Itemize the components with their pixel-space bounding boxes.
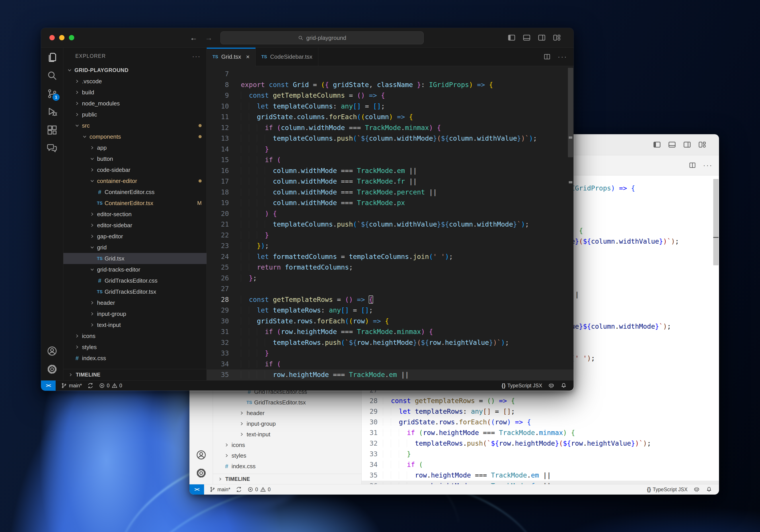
toggle-sidebar-icon[interactable] (652, 140, 661, 149)
css-file-icon: # (223, 463, 231, 470)
back-button[interactable]: ← (190, 33, 197, 42)
tree-item-header[interactable]: header (63, 297, 207, 308)
code-line-26: 26 }; (207, 273, 574, 284)
editor-more-icon[interactable]: ··· (558, 53, 567, 61)
tree-item-code-sidebar[interactable]: code-sidebar (63, 164, 207, 175)
toggle-panel-icon[interactable] (522, 33, 531, 42)
tree-item-index-css[interactable]: #index.css (213, 461, 361, 471)
toggle-secondary-sidebar-icon[interactable] (683, 140, 691, 149)
code-line-11: 11 gridState.columns.forEach((column) =>… (207, 111, 574, 122)
tree-item-input-group[interactable]: input-group (63, 308, 207, 319)
timeline-section[interactable]: TIMELINE (63, 369, 207, 380)
chevron-right-icon (223, 442, 231, 448)
split-editor-icon[interactable] (543, 53, 551, 61)
tree-item-icons[interactable]: icons (213, 440, 361, 450)
forward-button[interactable]: → (205, 33, 213, 42)
tree-item-gap-editor[interactable]: gap-editor (63, 231, 207, 242)
command-center-search[interactable]: grid-playground (220, 31, 424, 44)
tree-item-input-group[interactable]: input-group (213, 419, 361, 429)
remote-explorer-icon[interactable] (46, 142, 58, 154)
copilot-icon[interactable] (693, 486, 700, 493)
search-view-icon[interactable] (46, 70, 58, 81)
toggle-sidebar-icon[interactable] (507, 33, 516, 42)
tree-item-index-css[interactable]: #index.css (63, 353, 207, 364)
tree-item-containereditor-css[interactable]: #ContainerEditor.css (63, 187, 207, 198)
code-line-28: 28 const getTemplateRows = () => { (207, 294, 574, 305)
minimize-window-button[interactable] (59, 35, 65, 40)
timeline-section[interactable]: TIMELINE (213, 474, 361, 484)
tree-item-components[interactable]: components (63, 131, 207, 142)
remote-indicator[interactable]: >< (189, 484, 204, 495)
tab-grid-tsx[interactable]: TS Grid.tsx × (207, 48, 256, 66)
tree-item-containereditor-tsx[interactable]: TSContainerEditor.tsxM (63, 198, 207, 209)
sync-status[interactable] (236, 486, 242, 493)
tree-item-src[interactable]: src (63, 120, 207, 131)
customize-layout-icon[interactable] (552, 33, 561, 42)
code-line-13: 13 templateColumns.push(`${column.widthM… (207, 133, 574, 144)
tree-item-gridtrackseditor-tsx[interactable]: TSGridTracksEditor.tsx (63, 286, 207, 297)
ts-file-icon: TS (96, 201, 104, 206)
settings-gear-icon[interactable] (195, 467, 207, 479)
notifications-bell-icon[interactable] (706, 486, 712, 493)
notifications-bell-icon[interactable] (560, 382, 567, 389)
tree-item-text-input[interactable]: text-input (213, 429, 361, 440)
tree-item-gridtrackseditor-tsx[interactable]: TSGridTracksEditor.tsx (213, 397, 361, 408)
split-editor-icon[interactable] (689, 161, 696, 169)
extensions-icon[interactable] (46, 124, 58, 136)
explorer-more-icon[interactable]: ··· (192, 53, 201, 60)
file-tree: GRID-PLAYGROUND.vscodebuildnode_modulesp… (63, 65, 207, 369)
tree-item-styles[interactable]: styles (63, 341, 207, 353)
chevron-right-icon (238, 421, 246, 426)
editor[interactable]: 78export const Grid = ({ gridState, clas… (207, 66, 574, 380)
chevron-right-icon (88, 167, 96, 173)
tree-item-gridtrackseditor-css[interactable]: #GridTracksEditor.css (63, 275, 207, 286)
branch-status[interactable]: main* (61, 382, 82, 389)
tree-item-button[interactable]: button (63, 153, 207, 164)
tree-item-icons[interactable]: icons (63, 331, 207, 341)
source-control-icon[interactable]: 1 (46, 88, 58, 100)
run-debug-icon[interactable] (46, 106, 58, 117)
tree-item--vscode[interactable]: .vscode (63, 76, 207, 87)
tree-item-node-modules[interactable]: node_modules (63, 98, 207, 109)
problems-status[interactable]: 0 0 (99, 382, 122, 389)
tree-item-grid[interactable]: grid (63, 242, 207, 253)
sync-status[interactable] (87, 382, 93, 389)
git-modified-dot (199, 179, 202, 183)
branch-status[interactable]: main* (210, 486, 230, 493)
accounts-icon[interactable] (46, 345, 58, 357)
titlebar[interactable]: ← → grid-playground (41, 28, 574, 48)
tree-item-build[interactable]: build (63, 87, 207, 98)
customize-layout-icon[interactable] (698, 140, 707, 149)
tree-item-public[interactable]: public (63, 109, 207, 120)
remote-indicator[interactable]: >< (41, 380, 56, 391)
editor-scrollbar[interactable] (568, 68, 573, 157)
toggle-panel-icon[interactable] (668, 140, 677, 149)
problems-status[interactable]: 0 0 (247, 486, 271, 493)
code-line-14: 14 } (207, 144, 574, 155)
tree-item-app[interactable]: app (63, 142, 207, 153)
editor-scrollbar[interactable] (713, 179, 719, 265)
zoom-window-button[interactable] (69, 35, 74, 40)
close-tab-icon[interactable]: × (246, 53, 250, 61)
tree-item-grid-playground[interactable]: GRID-PLAYGROUND (63, 65, 207, 76)
tab-codesidebar-tsx[interactable]: TS CodeSidebar.tsx (256, 48, 318, 66)
code-line-23: 23 }); (207, 241, 574, 251)
tree-item-text-input[interactable]: text-input (63, 319, 207, 331)
tree-item-editor-section[interactable]: editor-section (63, 209, 207, 220)
toggle-secondary-sidebar-icon[interactable] (537, 33, 546, 42)
tree-item-grid-tsx[interactable]: TSGrid.tsx (63, 253, 207, 264)
tree-item-container-editor[interactable]: container-editor (63, 175, 207, 187)
tree-item-editor-sidebar[interactable]: editor-sidebar (63, 220, 207, 231)
settings-gear-icon[interactable] (46, 364, 58, 375)
close-window-button[interactable] (49, 35, 55, 40)
status-bar: >< main* 0 0 {} TypeScript JSX (41, 380, 574, 391)
explorer-icon[interactable] (46, 52, 58, 63)
tree-item-styles[interactable]: styles (213, 450, 361, 461)
language-mode[interactable]: {} TypeScript JSX (501, 383, 542, 389)
copilot-icon[interactable] (548, 382, 554, 389)
tree-item-header[interactable]: header (213, 408, 361, 419)
tree-item-grid-tracks-editor[interactable]: grid-tracks-editor (63, 264, 207, 275)
accounts-icon[interactable] (195, 449, 207, 461)
editor-more-icon[interactable]: ··· (703, 161, 713, 169)
language-mode[interactable]: {} TypeScript JSX (647, 487, 688, 493)
